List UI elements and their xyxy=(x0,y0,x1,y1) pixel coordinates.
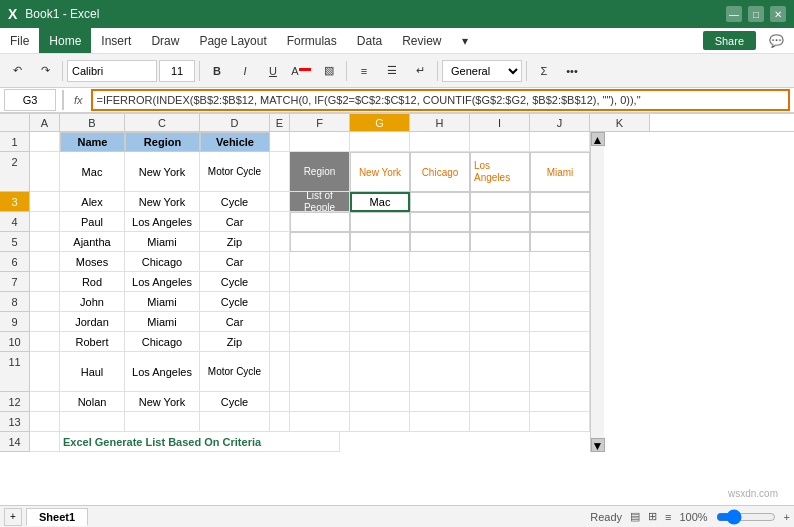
cell-d13[interactable] xyxy=(200,412,270,432)
redo-button[interactable]: ↷ xyxy=(32,58,58,84)
cell-h1[interactable] xyxy=(410,132,470,152)
cell-i10[interactable] xyxy=(470,332,530,352)
vertical-scrollbar[interactable]: ▲ ▼ xyxy=(590,132,604,452)
scrollbar-up-arrow[interactable]: ▲ xyxy=(591,132,605,146)
maximize-button[interactable]: □ xyxy=(748,6,764,22)
sum-button[interactable]: Σ xyxy=(531,58,557,84)
row-header-1[interactable]: 1 xyxy=(0,132,30,152)
cell-i12[interactable] xyxy=(470,392,530,412)
cell-h12[interactable] xyxy=(410,392,470,412)
cell-h11[interactable] xyxy=(410,352,470,392)
menu-file[interactable]: File xyxy=(0,28,39,53)
cell-f11[interactable] xyxy=(290,352,350,392)
cell-d6[interactable]: Car xyxy=(200,252,270,272)
row-header-3[interactable]: 3 xyxy=(0,192,30,212)
cell-j3[interactable] xyxy=(530,192,590,212)
cell-g11[interactable] xyxy=(350,352,410,392)
minimize-button[interactable]: — xyxy=(726,6,742,22)
cell-b10[interactable]: Robert xyxy=(60,332,125,352)
cell-h2[interactable]: Chicago xyxy=(410,152,470,192)
underline-button[interactable]: U xyxy=(260,58,286,84)
cell-b14[interactable]: Excel Generate List Based On Criteria xyxy=(60,432,340,452)
cell-f1[interactable] xyxy=(290,132,350,152)
cell-d5[interactable]: Zip xyxy=(200,232,270,252)
cell-d11[interactable]: Motor Cycle xyxy=(200,352,270,392)
cell-j10[interactable] xyxy=(530,332,590,352)
cell-h6[interactable] xyxy=(410,252,470,272)
cell-e12[interactable] xyxy=(270,392,290,412)
cell-j7[interactable] xyxy=(530,272,590,292)
cell-h3[interactable] xyxy=(410,192,470,212)
cell-g4[interactable] xyxy=(350,212,410,232)
row-header-9[interactable]: 9 xyxy=(0,312,30,332)
cell-b3[interactable]: Alex xyxy=(60,192,125,212)
col-header-b[interactable]: B xyxy=(60,114,125,131)
cell-a14[interactable] xyxy=(30,432,60,452)
cell-a4[interactable] xyxy=(30,212,60,232)
cell-d1[interactable]: Vehicle xyxy=(200,132,270,152)
cell-c5[interactable]: Miami xyxy=(125,232,200,252)
cell-i6[interactable] xyxy=(470,252,530,272)
cell-a11[interactable] xyxy=(30,352,60,392)
cell-i3[interactable] xyxy=(470,192,530,212)
cell-c11[interactable]: Los Angeles xyxy=(125,352,200,392)
add-sheet-button[interactable]: + xyxy=(4,508,22,526)
cell-b1[interactable]: Name xyxy=(60,132,125,152)
cell-c1[interactable]: Region xyxy=(125,132,200,152)
cell-c9[interactable]: Miami xyxy=(125,312,200,332)
cell-f5[interactable] xyxy=(290,232,350,252)
undo-button[interactable]: ↶ xyxy=(4,58,30,84)
cell-f6[interactable] xyxy=(290,252,350,272)
cell-e11[interactable] xyxy=(270,352,290,392)
cell-j1[interactable] xyxy=(530,132,590,152)
cell-g12[interactable] xyxy=(350,392,410,412)
menu-review[interactable]: Review xyxy=(392,28,451,53)
cell-f10[interactable] xyxy=(290,332,350,352)
row-header-8[interactable]: 8 xyxy=(0,292,30,312)
cell-a9[interactable] xyxy=(30,312,60,332)
col-header-g[interactable]: G xyxy=(350,114,410,131)
cell-i11[interactable] xyxy=(470,352,530,392)
cell-d9[interactable]: Car xyxy=(200,312,270,332)
bold-button[interactable]: B xyxy=(204,58,230,84)
col-header-h[interactable]: H xyxy=(410,114,470,131)
cell-a6[interactable] xyxy=(30,252,60,272)
cell-a12[interactable] xyxy=(30,392,60,412)
cell-e4[interactable] xyxy=(270,212,290,232)
cell-e13[interactable] xyxy=(270,412,290,432)
cell-a3[interactable] xyxy=(30,192,60,212)
italic-button[interactable]: I xyxy=(232,58,258,84)
cell-j4[interactable] xyxy=(530,212,590,232)
cell-i1[interactable] xyxy=(470,132,530,152)
col-header-f[interactable]: F xyxy=(290,114,350,131)
cell-e9[interactable] xyxy=(270,312,290,332)
row-header-14[interactable]: 14 xyxy=(0,432,30,452)
menu-insert[interactable]: Insert xyxy=(91,28,141,53)
cell-g5[interactable] xyxy=(350,232,410,252)
fill-color-button[interactable]: ▧ xyxy=(316,58,342,84)
font-name-input[interactable] xyxy=(67,60,157,82)
cell-j9[interactable] xyxy=(530,312,590,332)
cell-g10[interactable] xyxy=(350,332,410,352)
cell-j2[interactable]: Miami xyxy=(530,152,590,192)
row-header-4[interactable]: 4 xyxy=(0,212,30,232)
cell-d3[interactable]: Cycle xyxy=(200,192,270,212)
cell-c12[interactable]: New York xyxy=(125,392,200,412)
cell-b9[interactable]: Jordan xyxy=(60,312,125,332)
sheet-tab-1[interactable]: Sheet1 xyxy=(26,508,88,526)
col-header-j[interactable]: J xyxy=(530,114,590,131)
view-page-break-icon[interactable]: ≡ xyxy=(665,511,671,523)
font-size-input[interactable] xyxy=(159,60,195,82)
number-format-dropdown[interactable]: General xyxy=(442,60,522,82)
col-header-k[interactable]: K xyxy=(590,114,650,131)
cell-c3[interactable]: New York xyxy=(125,192,200,212)
cell-b13[interactable] xyxy=(60,412,125,432)
cell-f7[interactable] xyxy=(290,272,350,292)
row-header-12[interactable]: 12 xyxy=(0,392,30,412)
cell-a13[interactable] xyxy=(30,412,60,432)
cell-i7[interactable] xyxy=(470,272,530,292)
row-header-5[interactable]: 5 xyxy=(0,232,30,252)
cell-e10[interactable] xyxy=(270,332,290,352)
cell-d4[interactable]: Car xyxy=(200,212,270,232)
cell-e5[interactable] xyxy=(270,232,290,252)
